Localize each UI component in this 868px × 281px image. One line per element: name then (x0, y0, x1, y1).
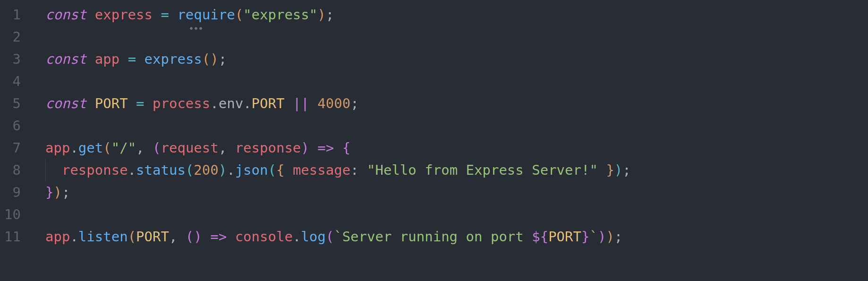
token-plain: ; (62, 184, 70, 200)
token-plain: . (227, 162, 235, 178)
token-ident: express (95, 7, 153, 23)
token-kw-it: const (45, 95, 86, 111)
token-plain: . (293, 229, 301, 245)
token-plain (86, 95, 94, 111)
token-def: PORT (252, 95, 285, 111)
token-str: "express" (243, 7, 317, 23)
line-number: 5 (0, 93, 26, 115)
line-number: 4 (0, 70, 26, 93)
token-brY: ) (317, 7, 325, 23)
code-line[interactable] (45, 115, 868, 137)
token-plain: : (350, 162, 367, 178)
line-number: 11 (0, 226, 26, 248)
token-fn: log (301, 229, 325, 245)
token-prop: env (219, 95, 243, 111)
code-line[interactable]: }); (45, 181, 868, 204)
token-plain: . (210, 95, 218, 111)
token-plain (136, 51, 144, 67)
token-brP: ) (598, 229, 606, 245)
token-brY: ) (606, 229, 614, 245)
code-line[interactable]: const express = require("express");••• (45, 4, 868, 26)
line-number: 10 (0, 204, 26, 226)
token-kw-it: const (45, 7, 86, 23)
token-plain: ; (614, 229, 622, 245)
code-line[interactable] (45, 70, 868, 93)
code-line[interactable]: app.get("/", (request, response) => { (45, 137, 868, 159)
token-plain: . (70, 229, 78, 245)
token-brP: ( (153, 140, 161, 156)
token-brY: ( (103, 140, 111, 156)
token-brP: } (45, 184, 53, 200)
token-str: "Hello from Express Server!" (367, 162, 598, 178)
token-kw: ${ (532, 229, 548, 245)
token-ident: process (153, 95, 210, 111)
token-fn: listen (78, 229, 128, 245)
token-plain (227, 229, 235, 245)
line-number: 9 (0, 181, 26, 204)
token-kw: } (581, 229, 589, 245)
token-brP: ( (326, 229, 334, 245)
token-ident: app (45, 140, 70, 156)
token-num: 4000 (317, 95, 350, 111)
token-brB: ) (614, 162, 622, 178)
code-line[interactable]: response.status(200).json({ message: "He… (45, 159, 868, 181)
token-plain: , (219, 140, 235, 156)
token-op: = (128, 51, 136, 67)
token-plain (45, 162, 62, 178)
code-line[interactable]: const PORT = process.env.PORT || 4000; (45, 93, 868, 115)
token-plain: ; (622, 162, 630, 178)
indent-guide (45, 159, 46, 181)
token-def: PORT (95, 95, 128, 111)
token-brP: ) (301, 140, 309, 156)
token-plain (145, 95, 153, 111)
token-def: PORT (548, 229, 581, 245)
token-brY: { (276, 162, 284, 178)
token-ident: console (235, 229, 293, 245)
token-brP: { (342, 140, 350, 156)
token-plain: . (70, 140, 78, 156)
code-editor[interactable]: 1234567891011 const express = require("e… (0, 0, 868, 281)
token-plain (119, 51, 128, 67)
code-line[interactable] (45, 26, 868, 48)
line-number: 7 (0, 137, 26, 159)
token-plain: , (169, 229, 186, 245)
token-op: = (161, 7, 169, 23)
token-brY: ( (128, 229, 136, 245)
token-num: 200 (194, 162, 218, 178)
token-op: = (136, 95, 144, 111)
token-plain (598, 162, 606, 178)
token-ident: app (95, 51, 119, 67)
line-number: 6 (0, 115, 26, 137)
token-plain: ; (350, 95, 358, 111)
token-ident: response (235, 140, 301, 156)
line-number: 3 (0, 48, 26, 70)
token-brY: ( (235, 7, 243, 23)
token-fn: require (177, 7, 235, 23)
token-plain (309, 95, 317, 111)
token-ident: request (161, 140, 219, 156)
token-str: "/" (111, 140, 136, 156)
token-plain (334, 140, 342, 156)
token-plain (284, 162, 292, 178)
token-plain: ; (219, 51, 227, 67)
token-def: PORT (136, 229, 169, 245)
token-fn: json (235, 162, 268, 178)
token-plain (86, 51, 94, 67)
code-line[interactable]: const app = express(); (45, 48, 868, 70)
line-number: 8 (0, 159, 26, 181)
code-line[interactable]: app.listen(PORT, () => console.log(`Serv… (45, 226, 868, 248)
token-tmpl: `Server running on port (334, 229, 532, 245)
token-plain (309, 140, 317, 156)
token-brY: ) (53, 184, 61, 200)
token-plain (202, 229, 210, 245)
line-number-gutter: 1234567891011 (0, 0, 26, 281)
token-brB: ) (219, 162, 227, 178)
token-plain: . (243, 95, 251, 111)
code-line[interactable] (45, 204, 868, 226)
token-ident: message (293, 162, 350, 178)
token-plain (153, 7, 161, 23)
token-fn: status (136, 162, 186, 178)
token-kw: => (210, 229, 227, 245)
code-area[interactable]: const express = require("express");•••co… (26, 0, 868, 281)
token-plain (128, 95, 136, 111)
